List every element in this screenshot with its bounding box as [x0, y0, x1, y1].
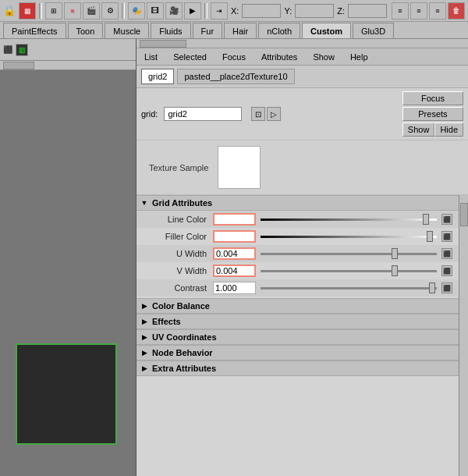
toolbar-icon-6[interactable]: 🎭 — [128, 2, 145, 20]
filler-color-slider-thumb[interactable] — [427, 231, 433, 242]
line-color-slider-area — [256, 218, 441, 221]
section-header-node-behavior[interactable]: ▶ Node Behavior — [136, 345, 459, 361]
v-width-slider-thumb[interactable] — [392, 265, 398, 276]
toolbar-icon-7[interactable]: 🎞 — [147, 2, 164, 20]
uv-coordinates-arrow[interactable]: ▶ — [140, 332, 149, 342]
attr-row-v-width: V Width ⬛ — [136, 262, 459, 279]
filler-color-slider-area — [256, 236, 441, 238]
attr-row-contrast: Contrast ⬛ — [136, 279, 459, 297]
filler-color-swatch[interactable] — [213, 230, 256, 243]
toolbar-icon-right-3[interactable]: ≡ — [429, 2, 446, 20]
v-width-input[interactable] — [213, 265, 256, 277]
tab-painteffects[interactable]: PaintEffects — [3, 23, 66, 38]
line-color-slider-track[interactable] — [261, 218, 437, 221]
viewport: ⬛ ▥ — [0, 39, 136, 476]
color-balance-title: Color Balance — [152, 301, 210, 311]
u-width-input[interactable] — [213, 247, 256, 260]
tab-fluids[interactable]: Fluids — [151, 23, 190, 38]
toolbar-icon-2[interactable]: ⊞ — [45, 2, 62, 20]
line-color-icon-btn[interactable]: ⬛ — [441, 214, 452, 225]
u-width-slider-thumb[interactable] — [392, 248, 398, 259]
grid-attributes-arrow[interactable]: ▼ — [140, 198, 149, 208]
v-width-slider-track[interactable] — [261, 270, 437, 272]
grid-value-input[interactable] — [164, 107, 242, 121]
toolbar-icon-right-2[interactable]: ≡ — [410, 2, 427, 20]
color-balance-arrow[interactable]: ▶ — [140, 301, 149, 311]
tab-ncloth[interactable]: nCloth — [258, 23, 300, 38]
scrollbar-thumb[interactable] — [3, 62, 34, 69]
section-header-grid-attributes[interactable]: ▼ Grid Attributes — [136, 195, 459, 211]
toolbar-icon-9[interactable]: ▶ — [184, 2, 201, 20]
grid-icon-btn-2[interactable]: ▷ — [267, 107, 281, 121]
extra-attributes-arrow[interactable]: ▶ — [140, 364, 149, 373]
tab-fur[interactable]: Fur — [193, 23, 223, 38]
toolbar-icon-right-1[interactable]: ≡ — [392, 2, 409, 20]
show-button[interactable]: Show — [402, 123, 435, 137]
contrast-icon-btn[interactable]: ⬛ — [441, 282, 452, 293]
node-behavior-arrow[interactable]: ▶ — [140, 348, 149, 357]
u-width-icon-btn[interactable]: ⬛ — [441, 248, 452, 259]
focus-button[interactable]: Focus — [402, 91, 463, 105]
x-input[interactable] — [242, 4, 281, 18]
panel-scrollbar[interactable] — [459, 195, 468, 476]
u-width-slider-track[interactable] — [261, 253, 437, 255]
menu-show[interactable]: Show — [310, 51, 338, 63]
z-label: Z: — [335, 6, 346, 16]
section-header-extra-attributes[interactable]: ▶ Extra Attributes — [136, 361, 459, 376]
contrast-input[interactable] — [213, 282, 256, 294]
node-tab-grid2[interactable]: grid2 — [141, 69, 174, 84]
hide-button[interactable]: Hide — [434, 123, 463, 137]
y-input[interactable] — [295, 4, 334, 18]
attr-menubar: List Selected Focus Attributes Show Help — [136, 48, 468, 66]
sections-container: ▼ Grid Attributes Line Color — [136, 195, 459, 476]
trash-icon[interactable]: 🗑 — [448, 2, 465, 20]
tab-muscle[interactable]: Muscle — [105, 23, 149, 38]
effects-arrow[interactable]: ▶ — [140, 317, 149, 326]
tab-custom[interactable]: Custom — [302, 23, 351, 38]
contrast-slider-track[interactable] — [261, 287, 437, 290]
tab-hair[interactable]: Hair — [224, 23, 257, 38]
line-color-swatch[interactable] — [213, 213, 256, 226]
panel-scrollbar-thumb-h[interactable] — [140, 40, 186, 48]
toolbar-icon-4[interactable]: 🎬 — [83, 2, 100, 20]
tab-glu3d[interactable]: Glu3D — [353, 23, 394, 38]
z-input[interactable] — [348, 4, 387, 18]
main-layout: ⬛ ▥ List Selected Focus Attributes Show … — [0, 39, 468, 476]
section-header-effects[interactable]: ▶ Effects — [136, 314, 459, 329]
filler-color-icon-btn[interactable]: ⬛ — [441, 231, 452, 242]
menu-selected[interactable]: Selected — [170, 51, 210, 63]
node-tabs: grid2 pasted__place2dTexture10 — [136, 66, 468, 88]
section-header-uv-coordinates[interactable]: ▶ UV Coordinates — [136, 329, 459, 345]
viewport-icon-2[interactable]: ▥ — [16, 44, 28, 56]
menu-focus[interactable]: Focus — [219, 51, 249, 63]
node-tab-place2d[interactable]: pasted__place2dTexture10 — [177, 69, 294, 84]
section-header-color-balance[interactable]: ▶ Color Balance — [136, 298, 459, 314]
grid-attributes-title: Grid Attributes — [152, 198, 212, 208]
action-buttons: Focus Presets Show Hide — [402, 91, 463, 137]
v-width-label: V Width — [143, 266, 213, 275]
attr-row-filler-color: Filler Color ⬛ — [136, 228, 459, 245]
node-behavior-title: Node Behavior — [152, 348, 213, 357]
menu-list[interactable]: List — [141, 51, 161, 63]
tab-toon[interactable]: Toon — [68, 23, 104, 38]
presets-button[interactable]: Presets — [402, 107, 463, 121]
contrast-slider-thumb[interactable] — [429, 282, 435, 293]
panel-top-scrollbar[interactable] — [136, 39, 468, 48]
grid-icon-btn-1[interactable]: ⊡ — [251, 107, 265, 121]
toolbar-icon-10[interactable]: ⇥ — [211, 2, 228, 20]
menu-attributes[interactable]: Attributes — [258, 51, 300, 63]
panel-scrollbar-thumb[interactable] — [460, 203, 468, 226]
line-color-slider-thumb[interactable] — [423, 214, 429, 225]
x-label: X: — [229, 6, 240, 16]
filler-color-slider-track[interactable] — [261, 236, 437, 238]
v-width-icon-btn[interactable]: ⬛ — [441, 265, 452, 276]
toolbar-icon-3[interactable]: ■ — [64, 2, 81, 20]
menu-help[interactable]: Help — [347, 51, 371, 63]
viewport-icon-1[interactable]: ⬛ — [2, 44, 14, 56]
toolbar-icon-5[interactable]: ⚙ — [101, 2, 119, 20]
top-scrollbar[interactable] — [0, 61, 136, 70]
toolbar-icon-1[interactable]: ▦ — [19, 2, 36, 20]
toolbar-icon-8[interactable]: 🎥 — [165, 2, 183, 20]
texture-sample[interactable] — [218, 146, 261, 189]
lock-icon[interactable]: 🔒 — [3, 5, 16, 16]
